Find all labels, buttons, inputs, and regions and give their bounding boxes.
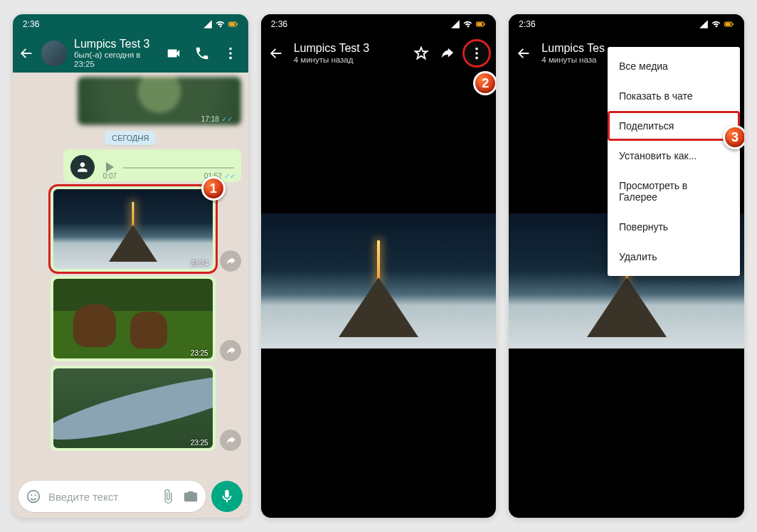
avatar[interactable] <box>41 41 67 66</box>
forward-icon[interactable] <box>220 430 241 451</box>
image-message-3[interactable]: 23:25 <box>51 366 216 451</box>
menu-set-as[interactable]: Установить как... <box>608 141 740 171</box>
screen-media-viewer: 2:36 Lumpics Test 3 4 минуты назад 2 <box>261 14 497 518</box>
forward-icon[interactable] <box>439 46 455 61</box>
svg-point-7 <box>31 494 32 496</box>
svg-point-5 <box>229 57 232 60</box>
contact-name: Lumpics Test 3 <box>74 38 159 50</box>
svg-rect-11 <box>485 23 485 25</box>
attach-icon[interactable] <box>160 489 176 504</box>
image-message-1[interactable]: 23:24 1 <box>51 186 216 272</box>
video-call-icon[interactable] <box>166 46 181 61</box>
clock: 2:36 <box>23 19 39 29</box>
step-badge-2: 2 <box>473 71 496 95</box>
image-thumbnail <box>53 279 213 358</box>
status-icons <box>699 19 734 29</box>
svg-point-8 <box>35 494 36 496</box>
more-button[interactable] <box>465 41 489 65</box>
menu-all-media[interactable]: Все медиа <box>608 51 740 81</box>
back-icon[interactable] <box>516 46 531 61</box>
forward-icon[interactable] <box>220 340 241 361</box>
header-actions <box>166 46 243 61</box>
last-seen: был(-а) сегодня в 23:25 <box>74 50 159 69</box>
menu-view-gallery[interactable]: Просмотреть в Галерее <box>608 171 740 212</box>
options-menu: Все медиа Показать в чате Поделиться Уст… <box>608 47 740 276</box>
menu-rotate[interactable]: Повернуть <box>608 212 740 242</box>
statusbar: 2:36 <box>261 14 497 34</box>
timestamp: 23:25 <box>191 439 208 447</box>
chat-title[interactable]: Lumpics Test 3 был(-а) сегодня в 23:25 <box>74 38 159 70</box>
more-icon[interactable] <box>223 46 238 61</box>
svg-rect-17 <box>733 23 734 25</box>
statusbar: 2:36 <box>13 14 248 34</box>
menu-share[interactable]: Поделиться <box>608 111 740 141</box>
voice-call-icon[interactable] <box>194 46 210 61</box>
date-divider: СЕГОДНЯ <box>20 131 241 144</box>
voice-position: 0:07 <box>103 172 117 180</box>
input-placeholder: Введите текст <box>48 491 153 503</box>
statusbar: 2:36 <box>509 14 744 34</box>
screen-whatsapp-chat: 2:36 Lumpics Test 3 был(-а) сегодня в 23… <box>13 14 248 518</box>
svg-rect-1 <box>229 23 234 26</box>
emoji-icon[interactable] <box>26 489 41 504</box>
svg-point-12 <box>476 48 479 50</box>
screen-media-menu: 2:36 Lumpics Tes 4 минуты наза Все медиа… <box>509 14 744 518</box>
status-icons <box>203 19 238 29</box>
svg-point-6 <box>28 491 40 503</box>
timestamp: 23:25 <box>191 349 208 357</box>
more-icon <box>469 46 485 61</box>
svg-point-4 <box>229 52 232 55</box>
media-time: 4 минуты назад <box>294 55 404 65</box>
back-icon[interactable] <box>268 46 284 61</box>
star-icon[interactable] <box>413 46 429 61</box>
sender-avatar <box>70 155 95 179</box>
image-message-2[interactable]: 23:25 <box>51 276 216 361</box>
message-input[interactable]: Введите текст <box>18 481 206 512</box>
svg-point-14 <box>476 57 479 60</box>
clock: 2:36 <box>271 19 287 29</box>
svg-point-13 <box>476 52 479 55</box>
timestamp: 23:24 <box>191 260 208 267</box>
back-icon[interactable] <box>18 46 34 61</box>
step-badge-3: 3 <box>723 125 744 149</box>
chat-body[interactable]: 17:18 ✓✓ СЕГОДНЯ 0:07 01:52 ✓✓ 23:24 1 2… <box>13 73 248 479</box>
svg-rect-10 <box>477 23 482 26</box>
image-thumbnail <box>53 189 213 269</box>
status-icons <box>450 19 486 29</box>
svg-rect-2 <box>236 23 237 25</box>
media-fullscreen-image[interactable] <box>261 213 497 349</box>
contact-name: Lumpics Test 3 <box>294 42 404 55</box>
chat-header: Lumpics Test 3 был(-а) сегодня в 23:25 <box>13 34 248 73</box>
media-actions <box>413 41 489 65</box>
media-title[interactable]: Lumpics Test 3 4 минуты назад <box>294 42 404 65</box>
input-bar: Введите текст <box>18 481 243 512</box>
mic-button[interactable] <box>211 481 243 512</box>
svg-rect-16 <box>726 23 731 26</box>
media-header: Lumpics Test 3 4 минуты назад <box>261 34 497 73</box>
image-thumbnail <box>53 368 213 448</box>
menu-show-in-chat[interactable]: Показать в чате <box>608 81 740 111</box>
menu-delete[interactable]: Удалить <box>608 242 740 272</box>
forward-icon[interactable] <box>220 250 241 272</box>
step-badge-1: 1 <box>201 176 226 201</box>
camera-icon[interactable] <box>183 489 198 504</box>
svg-point-3 <box>229 48 232 50</box>
clock: 2:36 <box>519 19 535 29</box>
timestamp: 17:18 ✓✓ <box>201 115 233 123</box>
